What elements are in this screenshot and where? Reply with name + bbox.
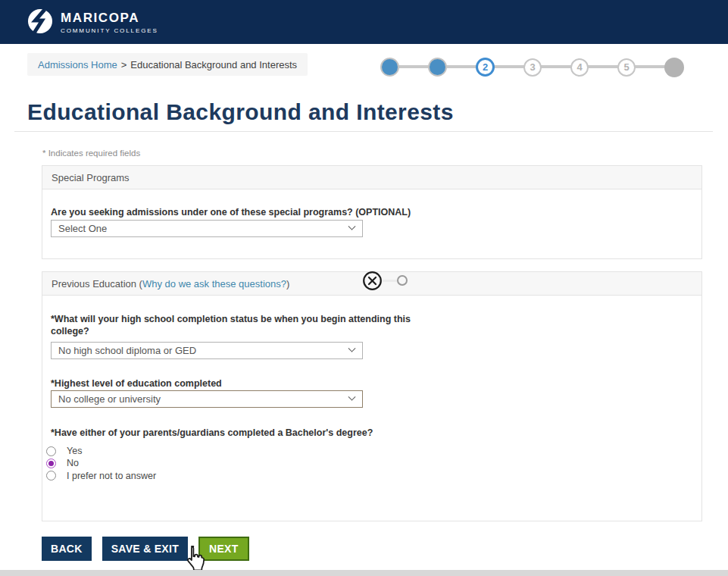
step-done-1 [380,58,399,77]
highest-level-select-value: No college or university [58,393,161,405]
step-5: 5 [617,58,636,77]
page-title: Educational Background and Interests [27,99,454,125]
step-4: 4 [570,58,589,77]
chevron-down-icon [348,223,356,230]
hs-completion-select[interactable]: No high school diploma or GED [51,342,363,359]
special-programs-header: Special Programs [42,166,701,189]
annotation-connector-line [383,280,397,282]
small-circle-icon [397,275,408,286]
brand-name: MARICOPA [61,11,158,24]
next-button[interactable]: NEXT [198,537,249,561]
special-programs-select-value: Select One [58,223,107,234]
highest-level-question: *Highest level of education completed [51,377,222,390]
step-current-2: 2 [476,58,495,77]
breadcrumb-admissions-home-link[interactable]: Admissions Home [38,59,117,70]
circled-x-icon [362,271,383,291]
top-navigation-bar: MARICOPA COMMUNITY COLLEGES [0,0,728,44]
radio-label: I prefer not to answer [67,471,156,481]
chevron-down-icon [348,393,356,401]
required-fields-note: * Indicates required fields [42,149,140,158]
radio-circle [46,471,56,481]
parents-degree-radio-group: Yes No I prefer not to answer [46,445,156,482]
save-exit-button[interactable]: SAVE & EXIT [102,537,188,561]
back-button[interactable]: BACK [42,537,92,561]
special-programs-select[interactable]: Select One [51,220,363,237]
progress-stepper: 2 3 4 5 [380,57,684,77]
radio-label: Yes [67,446,82,456]
breadcrumb: Admissions Home > Educational Background… [27,53,308,76]
radio-circle [46,459,56,468]
hs-completion-question: *What will your high school completion s… [51,313,445,338]
parents-degree-question: *Have either of your parents/guardians c… [51,427,373,439]
brand-tagline: COMMUNITY COLLEGES [61,27,158,34]
title-divider [14,131,713,132]
radio-label: No [67,458,79,468]
form-action-buttons: BACK SAVE & EXIT NEXT [42,537,249,561]
step-end [664,58,684,77]
maricopa-logo[interactable]: MARICOPA COMMUNITY COLLEGES [27,8,158,37]
breadcrumb-current-page: Educational Background and Interests [130,59,297,70]
chevron-down-icon [348,345,356,352]
step-3: 3 [523,58,542,77]
radio-option-no[interactable]: No [46,457,156,469]
step-done-2 [428,58,447,77]
why-questions-link[interactable]: Why do we ask these questions? [142,278,286,290]
footer-strip [0,570,728,576]
radio-circle [46,446,56,456]
highest-level-select[interactable]: No college or university [51,390,363,408]
maricopa-emblem-icon [27,8,53,37]
previous-education-panel: Previous Education (Why do we ask these … [42,271,702,521]
special-programs-question: Are you seeking admissions under one of … [51,206,411,218]
special-programs-panel: Special Programs Are you seeking admissi… [42,165,702,259]
radio-option-prefer-not[interactable]: I prefer not to answer [46,470,156,482]
hs-completion-select-value: No high school diploma or GED [58,345,196,356]
previous-education-header-text: Previous Education ( [52,278,142,290]
previous-education-header-close-paren: ) [286,278,289,290]
breadcrumb-separator: > [121,59,127,70]
radio-option-yes[interactable]: Yes [46,445,156,457]
